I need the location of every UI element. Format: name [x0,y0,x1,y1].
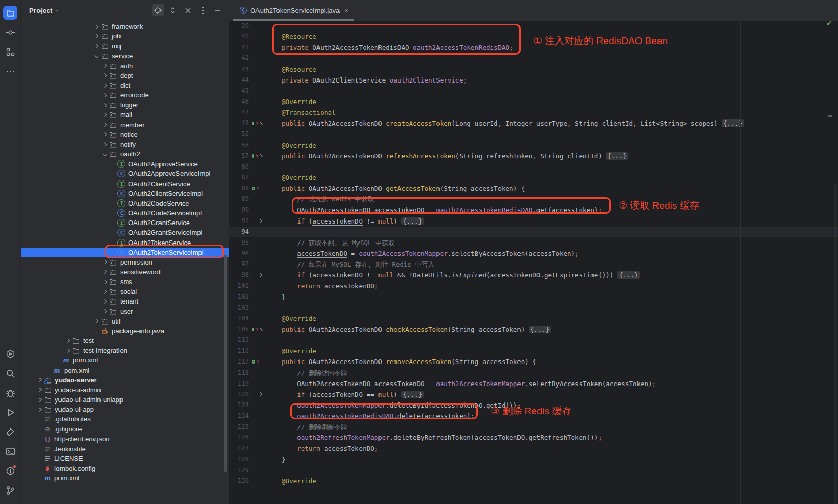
expand-chevron-icon[interactable] [92,45,101,48]
activity-button-services[interactable] [0,344,21,364]
activity-button-terminal[interactable] [0,441,21,461]
expand-chevron-icon[interactable] [100,104,109,107]
gutter[interactable] [249,64,264,75]
gutter[interactable] [249,259,264,270]
folded-block[interactable]: {...} [606,152,628,160]
expand-chevron-icon[interactable] [35,398,44,401]
code-line-95[interactable]: 95// 获取不到, 从 MySQL 中获取 [229,237,838,248]
tree-item-oauth2approveserviceimpl[interactable]: COAuth2ApproveServiceImpl [21,169,229,178]
tree-item-permission[interactable]: permission [21,257,229,267]
tree-item--gitignore[interactable]: ⊘.gitignore [21,424,229,434]
code-line-130[interactable]: 130@Override [229,476,838,487]
gutter[interactable] [249,42,264,53]
tree-item-sms[interactable]: sms [21,277,229,287]
code-line-39[interactable]: 39 [229,21,838,31]
fold-icon[interactable] [259,328,262,331]
tree-item-license[interactable]: LICENSE [21,454,229,463]
tree-item-user[interactable]: user [21,307,229,316]
code-line-46[interactable]: 46@Override [229,96,838,107]
gutter[interactable] [249,476,264,487]
tree-item-oauth2clientserviceimpl[interactable]: COAuth2ClientServiceImpl [21,189,229,198]
gutter[interactable] [249,248,264,259]
tree-item-framework[interactable]: framework [21,22,229,31]
expand-chevron-icon[interactable] [100,123,109,126]
gutter[interactable] [249,53,264,64]
gutter[interactable] [249,346,264,356]
tree-item-oauth2codeservice[interactable]: IOAuth2CodeService [21,198,229,208]
expand-chevron-icon[interactable] [100,260,109,264]
project-panel-title[interactable]: Project [29,7,52,14]
tree-item-member[interactable]: member [21,120,229,130]
gutter[interactable] [249,378,264,389]
tree-item-oauth2tokenserviceimpl[interactable]: COAuth2TokenServiceImpl [21,248,229,257]
code-line-117[interactable]: 117↑public OAuth2AccessTokenDO removeAcc… [229,356,838,367]
tree-item-errorcode[interactable]: errorcode [21,90,229,100]
tree-item-yudao-ui-admin-uniapp[interactable]: yudao-ui-admin-uniapp [21,395,229,405]
tree-item-package-info-java[interactable]: package-info.java [21,326,229,336]
expand-chevron-icon[interactable] [35,378,44,381]
code-line-102[interactable]: 102} [229,292,838,303]
gutter[interactable] [249,75,264,86]
folded-block[interactable]: {...} [722,119,744,127]
code-line-128[interactable]: 128} [229,454,838,465]
tab-oauth2tokenserviceimpl[interactable]: C OAuth2TokenServiceImpl.java × [233,0,354,21]
fold-icon[interactable] [258,392,262,396]
tree-item-pom-xml[interactable]: mpom.xml [21,473,229,483]
code-line-47[interactable]: 47@Transactional [229,107,838,118]
gutter[interactable] [249,389,264,400]
expand-chevron-icon[interactable] [100,94,109,97]
folded-block[interactable]: {...} [617,271,640,279]
tree-item-yudao-ui-app[interactable]: yudao-ui-app [21,405,229,414]
expand-chevron-icon[interactable] [100,153,109,156]
expand-chevron-icon[interactable] [92,35,101,38]
tree-item-notify[interactable]: notify [21,139,229,149]
fold-icon[interactable] [258,219,262,223]
activity-button-build[interactable] [0,422,21,441]
expand-chevron-icon[interactable] [100,143,109,146]
tree-item-auth[interactable]: auth [21,61,229,71]
code-line-118[interactable]: 118// 删除访问令牌 [229,368,838,378]
folded-block[interactable]: {...} [529,326,551,333]
code-line-96[interactable]: 96accessTokenDO = oauth2AccessTokenMappe… [229,248,838,259]
code-line-98[interactable]: 98if (accessTokenDO != null && !DateUtil… [229,270,838,280]
code-line-56[interactable]: 56@Override [229,140,838,151]
gutter[interactable] [249,280,264,291]
expand-chevron-icon[interactable] [100,74,109,77]
code-line-91[interactable]: 91if (accessTokenDO != null) {...} [229,216,838,227]
fold-icon[interactable] [259,122,262,125]
code-line-94[interactable]: 94 [229,227,838,237]
hide-panel-button[interactable] [211,4,224,16]
code-line-124[interactable]: 124oauth2AccessTokenRedisDAO.delete(acce… [229,411,838,421]
gutter[interactable] [249,172,264,183]
expand-chevron-icon[interactable] [92,25,101,28]
tree-item-logger[interactable]: logger [21,100,229,110]
activity-button-project[interactable] [0,3,21,23]
gutter[interactable] [249,129,264,139]
tree-item-lombok-config[interactable]: lombok.config [21,463,229,473]
fold-icon[interactable] [258,273,262,277]
activity-button-debug[interactable] [0,383,21,402]
tree-item-oauth2codeserviceimpl[interactable]: COAuth2CodeServiceImpl [21,208,229,218]
gutter[interactable] [249,443,264,454]
expand-chevron-icon[interactable] [100,280,109,284]
gutter[interactable] [249,237,264,248]
gutter[interactable] [249,227,264,237]
tree-item-yudao-ui-admin[interactable]: yudao-ui-admin [21,385,229,395]
code-line-90[interactable]: 90OAuth2AccessTokenDO accessTokenDO = oa… [229,205,838,215]
panel-options-button[interactable] [196,4,209,16]
activity-button-more[interactable] [0,62,21,81]
inspections-ok-icon[interactable]: ✔ [826,18,832,28]
expand-chevron-icon[interactable] [100,270,109,273]
gutter[interactable] [249,96,264,107]
gutter[interactable] [249,432,264,443]
tree-item-dict[interactable]: dict [21,80,229,90]
code-line-119[interactable]: 119OAuth2AccessTokenDO accessTokenDO = o… [229,378,838,389]
code-line-127[interactable]: 127return accessTokenDO; [229,443,838,454]
code-line-105[interactable]: 105↑public OAuth2AccessTokenDO checkAcce… [229,324,838,335]
gutter[interactable] [249,400,264,411]
tree-item-pom-xml[interactable]: mpom.xml [21,355,229,365]
gutter[interactable] [249,454,264,465]
tree-item-social[interactable]: social [21,287,229,296]
expand-chevron-icon[interactable] [35,408,44,411]
gutter[interactable] [249,107,264,118]
